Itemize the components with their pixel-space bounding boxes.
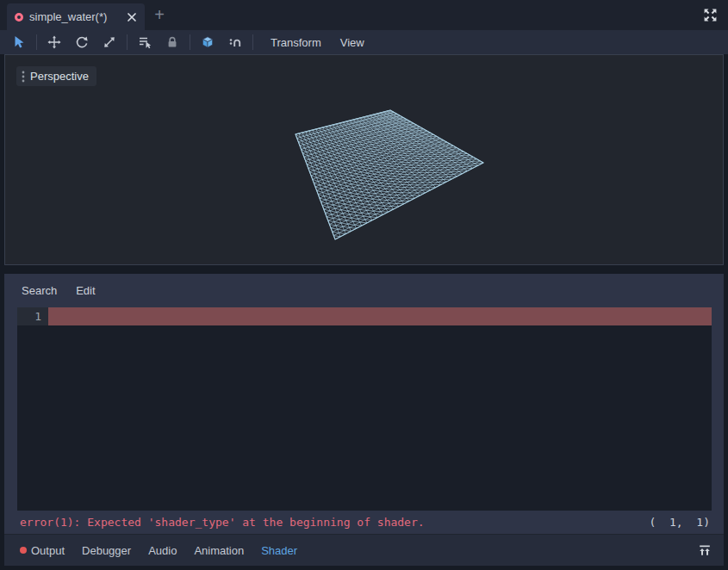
drag-handle-icon — [21, 70, 26, 84]
godot-editor-window: simple_water(*) + — [0, 0, 728, 570]
bottom-tab-audio[interactable]: Audio — [147, 544, 177, 557]
bottom-tab-label: Output — [31, 544, 65, 557]
scale-tool-button[interactable] — [97, 32, 121, 53]
tab-label: simple_water(*) — [29, 10, 121, 23]
shader-code-editor[interactable]: 1 — [17, 307, 712, 511]
new-tab-button[interactable]: + — [149, 4, 170, 27]
toolbar-separator — [190, 34, 190, 50]
expand-bottom-panel-icon[interactable] — [698, 544, 712, 557]
scale-icon — [103, 35, 116, 49]
bottom-tab-shader[interactable]: Shader — [260, 544, 298, 557]
code-line-1: 1 — [17, 307, 712, 325]
fullscreen-icon[interactable] — [703, 8, 718, 22]
bottom-tab-label: Debugger — [82, 544, 131, 557]
list-select-icon — [138, 35, 152, 49]
toolbar-separator — [252, 34, 253, 50]
wireframe-plane-mesh — [5, 55, 723, 264]
cursor-position: ( 1, 1) — [650, 516, 710, 529]
move-tool-button[interactable] — [42, 32, 66, 53]
snap-icon — [228, 35, 242, 49]
local-space-cube-icon — [201, 35, 215, 49]
perspective-label: Perspective — [30, 70, 89, 83]
scene-tab-bar: simple_water(*) + — [0, 0, 728, 30]
perspective-menu[interactable]: Perspective — [16, 66, 96, 86]
local-space-button[interactable] — [196, 32, 220, 53]
toolbar-separator — [36, 34, 37, 50]
bottom-tab-label: Animation — [194, 544, 244, 557]
bottom-tab-label: Audio — [148, 544, 177, 557]
shader-menu-bar: Search Edit — [20, 284, 97, 297]
shader-status-row: error(1): Expected 'shader_type' at the … — [4, 511, 724, 534]
tab-simple-water[interactable]: simple_water(*) — [7, 3, 145, 30]
3d-viewport[interactable]: Perspective — [4, 54, 724, 265]
bottom-tab-debugger[interactable]: Debugger — [81, 544, 132, 557]
output-alert-dot — [20, 547, 27, 554]
select-tool-button[interactable] — [7, 32, 31, 53]
transform-menu[interactable]: Transform — [267, 36, 325, 49]
rotate-tool-button[interactable] — [70, 32, 94, 53]
lock-icon — [165, 35, 179, 49]
move-icon — [47, 35, 61, 49]
toolbar-separator — [127, 34, 128, 50]
select-arrow-icon — [12, 35, 26, 49]
search-menu[interactable]: Search — [20, 284, 59, 297]
snap-button[interactable] — [223, 32, 247, 53]
shader-editor-panel: Search Edit 1 error(1): Expected 'shader… — [4, 274, 724, 534]
close-icon[interactable] — [127, 12, 137, 22]
line-number: 1 — [17, 307, 48, 325]
shader-file-icon — [15, 13, 23, 22]
lock-button[interactable] — [160, 32, 184, 53]
list-select-button[interactable] — [133, 32, 157, 53]
error-message: error(1): Expected 'shader_type' at the … — [20, 516, 425, 529]
view-menu[interactable]: View — [337, 36, 368, 49]
bottom-panel-bar: Output Debugger Audio Animation Shader — [4, 534, 724, 566]
bottom-tab-label: Shader — [261, 544, 297, 557]
bottom-tab-output[interactable]: Output — [19, 544, 65, 557]
viewport-toolbar: Transform View — [0, 30, 728, 54]
error-line-highlight — [48, 307, 712, 325]
rotate-icon — [75, 35, 89, 49]
edit-menu[interactable]: Edit — [74, 284, 96, 297]
bottom-tab-animation[interactable]: Animation — [193, 544, 245, 557]
